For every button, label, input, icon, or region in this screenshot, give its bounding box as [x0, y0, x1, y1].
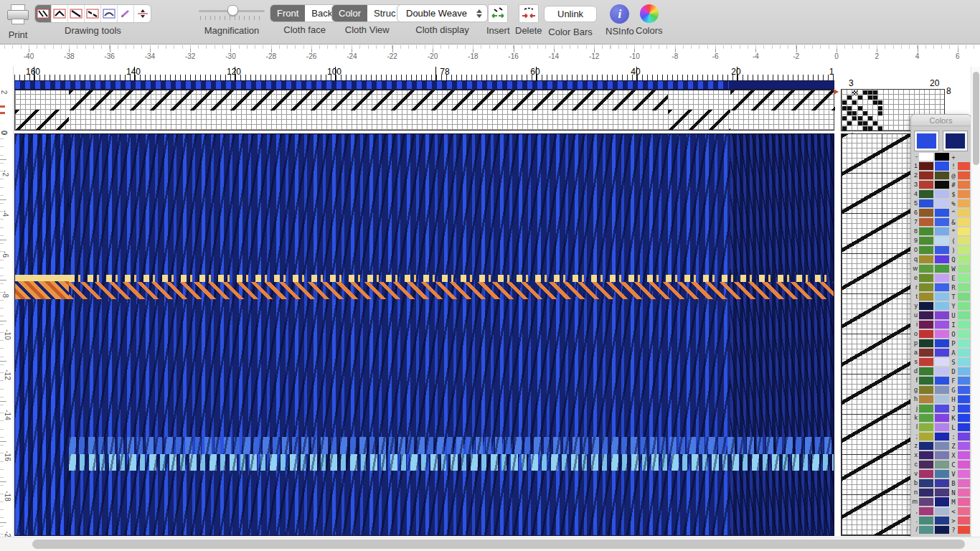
palette-swatch-2[interactable] [935, 190, 949, 198]
palette-swatch-1[interactable] [919, 386, 933, 394]
palette-swatch-1[interactable] [919, 237, 933, 245]
palette-swatch-3[interactable] [958, 171, 970, 179]
palette-swatch-1[interactable] [919, 395, 933, 403]
palette-swatch-1[interactable] [919, 414, 933, 422]
palette-swatch-2[interactable] [935, 451, 949, 459]
palette-swatch-2[interactable] [935, 161, 949, 171]
palette-swatch-1[interactable] [919, 479, 933, 487]
palette-swatch-3[interactable] [958, 423, 970, 431]
tool-straight-draw-button[interactable] [35, 5, 52, 22]
palette-swatch-3[interactable] [958, 246, 970, 254]
palette-swatch-2[interactable] [935, 395, 949, 403]
palette-swatch-2[interactable] [935, 246, 949, 254]
palette-swatch-2[interactable] [935, 181, 949, 189]
palette-swatch-2[interactable] [935, 377, 949, 385]
cloth-view-color-option[interactable]: Color [332, 5, 367, 22]
palette-swatch-1[interactable] [919, 321, 933, 329]
tool-broken-line-button[interactable] [85, 5, 101, 22]
palette-swatch-3[interactable] [958, 526, 970, 534]
unlink-button[interactable]: Unlink [544, 6, 597, 22]
palette-swatch-3[interactable] [958, 405, 970, 413]
palette-swatch-3[interactable] [958, 283, 970, 291]
palette-swatch-3[interactable] [958, 237, 970, 245]
palette-swatch-3[interactable] [958, 190, 970, 198]
palette-swatch-2[interactable] [935, 199, 949, 207]
palette-swatch-3[interactable] [958, 395, 970, 403]
palette-swatch-3[interactable] [958, 433, 970, 441]
horizontal-scrollbar-thumb[interactable] [32, 540, 965, 549]
palette-swatch-1[interactable] [919, 190, 933, 198]
palette-swatch-2[interactable] [935, 265, 949, 273]
palette-swatch-2[interactable] [935, 526, 949, 534]
palette-swatch-3[interactable] [958, 199, 970, 207]
palette-swatch-2[interactable] [935, 283, 949, 291]
palette-swatch-1[interactable] [919, 199, 933, 207]
delete-button[interactable] [519, 4, 539, 23]
palette-swatch-1[interactable] [919, 171, 933, 179]
palette-swatch-1[interactable] [919, 162, 933, 170]
palette-swatch-3[interactable] [958, 358, 970, 366]
palette-swatch-2[interactable] [935, 237, 949, 245]
palette-swatch-3[interactable] [958, 479, 970, 487]
palette-swatch-2[interactable] [935, 218, 949, 226]
palette-swatch-1[interactable] [919, 451, 933, 459]
horizontal-scrollbar[interactable] [0, 537, 980, 551]
palette-swatch-3[interactable] [958, 255, 970, 263]
palette-swatch-3[interactable] [958, 330, 970, 338]
palette-swatch-1[interactable] [919, 349, 933, 357]
tool-line-draw-button[interactable] [68, 5, 85, 22]
palette-swatch-1[interactable] [919, 265, 933, 273]
palette-swatch-3[interactable] [958, 218, 970, 226]
palette-swatch-2[interactable] [935, 461, 949, 468]
vertical-scrollbar-thumb[interactable] [973, 72, 979, 165]
palette-swatch-2[interactable] [935, 442, 949, 450]
palette-swatch-2[interactable] [935, 330, 949, 338]
palette-swatch-1[interactable] [919, 526, 933, 534]
palette-swatch-1[interactable] [919, 153, 933, 161]
tool-freehand-pencil-button[interactable] [118, 5, 134, 22]
palette-swatch-3[interactable] [958, 507, 970, 515]
palette-swatch-1[interactable] [919, 283, 933, 291]
palette-swatch-2[interactable] [935, 302, 949, 310]
insert-button[interactable] [488, 4, 508, 23]
palette-swatch-2[interactable] [935, 209, 949, 217]
selected-weft-color-well[interactable] [943, 131, 968, 151]
palette-swatch-2[interactable] [935, 423, 949, 431]
palette-swatch-2[interactable] [935, 293, 949, 301]
slider-knob[interactable] [227, 5, 238, 16]
tool-shift-vertical-button[interactable] [134, 5, 151, 22]
palette-swatch-3[interactable] [958, 461, 970, 468]
palette-swatch-1[interactable] [919, 330, 933, 338]
tool-curve-draw-button[interactable] [101, 5, 118, 22]
palette-swatch-1[interactable] [919, 461, 933, 468]
palette-swatch-3[interactable] [958, 321, 970, 329]
palette-swatch-2[interactable] [935, 153, 949, 161]
drawdown-cloth[interactable] [14, 133, 834, 536]
palette-swatch-3[interactable] [958, 293, 970, 301]
palette-swatch-2[interactable] [935, 311, 949, 319]
palette-swatch-2[interactable] [935, 349, 949, 357]
cloth-face-front-option[interactable]: Front [270, 5, 305, 22]
palette-swatch-2[interactable] [935, 339, 949, 347]
color-wheel-icon[interactable] [640, 4, 659, 23]
threading-grid[interactable] [14, 90, 834, 131]
palette-swatch-3[interactable] [958, 227, 970, 235]
nsinfo-button[interactable]: i [610, 4, 629, 24]
palette-swatch-2[interactable] [935, 321, 949, 329]
palette-swatch-3[interactable] [958, 302, 970, 310]
palette-swatch-3[interactable] [958, 339, 970, 347]
palette-swatch-1[interactable] [919, 489, 933, 496]
palette-swatch-1[interactable] [919, 507, 933, 515]
palette-swatch-3[interactable] [958, 274, 970, 282]
palette-swatch-1[interactable] [919, 405, 933, 413]
palette-swatch-1[interactable] [919, 358, 933, 366]
palette-swatch-2[interactable] [935, 489, 949, 496]
palette-swatch-3[interactable] [958, 367, 970, 375]
palette-swatch-3[interactable] [958, 181, 970, 189]
palette-swatch-1[interactable] [919, 498, 933, 506]
magnification-slider[interactable] [199, 4, 265, 23]
palette-swatch-1[interactable] [919, 293, 933, 301]
palette-swatch-3[interactable] [958, 209, 970, 217]
cloth-display-dropdown[interactable]: Double Weave [397, 4, 488, 22]
palette-swatch-1[interactable] [919, 255, 933, 263]
